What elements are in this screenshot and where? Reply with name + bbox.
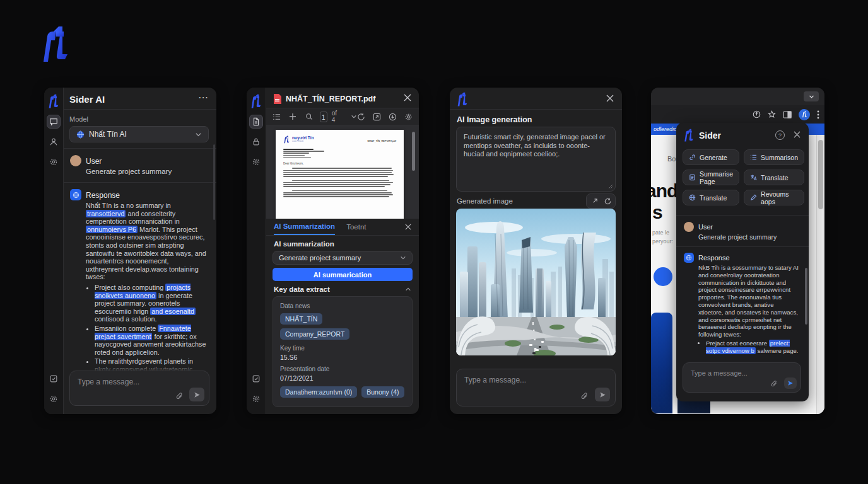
search-icon[interactable] — [305, 113, 313, 120]
popup-scrollbar[interactable] — [805, 268, 807, 325]
close-icon[interactable] — [794, 131, 801, 138]
message-input[interactable]: Type a message... — [69, 371, 209, 406]
close-icon[interactable] — [404, 94, 411, 101]
rotate-icon[interactable] — [357, 113, 365, 121]
app-logo-icon[interactable] — [47, 94, 60, 109]
tab-bar: AI Summarization Toetnt — [266, 219, 419, 236]
gear-icon[interactable] — [249, 155, 263, 169]
panel-title: Sider AI — [69, 94, 105, 105]
letter-filename: NHẤT_TÍN_REPORT.pdf — [367, 139, 396, 142]
kebab-menu-icon[interactable] — [817, 110, 819, 119]
page-link[interactable]: odleredic — [654, 126, 677, 132]
page-card-image[interactable] — [651, 313, 672, 413]
pdf-scrollbar[interactable] — [412, 132, 415, 171]
message-input[interactable]: Type a message... — [683, 362, 801, 393]
gear-icon[interactable] — [47, 155, 61, 169]
model-globe-icon — [76, 130, 85, 139]
pdf-file-icon — [273, 94, 282, 104]
model-dropdown[interactable]: Nhất Tín AI — [69, 126, 209, 142]
letter-brand: nuyướt Tín — [292, 135, 314, 140]
browser-window: odleredic Bow and s pate le peryour: Sof… — [651, 88, 824, 414]
ai-avatar — [684, 253, 694, 263]
open-external-icon[interactable] — [589, 196, 600, 206]
document-icon[interactable] — [249, 115, 263, 129]
page-scrollbar[interactable] — [816, 135, 824, 414]
image-generation-window: AI Image generation Futuristic smart cit… — [450, 88, 622, 414]
download-icon[interactable] — [389, 113, 397, 121]
message-input[interactable]: Type a message... — [456, 369, 616, 406]
list-icon — [750, 154, 757, 161]
model-value: Nhất Tín AI — [89, 130, 127, 139]
generated-image[interactable] — [456, 209, 616, 355]
browser-titlebar — [651, 88, 824, 105]
window-dropdown-button[interactable] — [804, 91, 819, 101]
data-chip[interactable]: Company_REPORT — [280, 328, 349, 340]
page-count: of 4 — [332, 110, 337, 124]
attach-icon[interactable] — [175, 392, 184, 400]
send-button[interactable] — [784, 377, 797, 389]
letter-brand-sub: xuất / thành — [292, 140, 314, 142]
export-icon[interactable] — [373, 113, 381, 121]
page-number-input[interactable]: 1 — [320, 112, 327, 122]
tab-toetnt[interactable]: Toetnt — [346, 223, 366, 231]
response-label: Response — [86, 191, 120, 200]
action-summarise-page-button[interactable]: Summarise Page — [683, 170, 739, 185]
prompt-dropdown[interactable]: Generate project summary — [273, 251, 413, 265]
ai-summarization-button[interactable]: AI summarication — [273, 268, 413, 281]
attach-icon[interactable] — [770, 380, 778, 388]
action-resume-apps-button[interactable]: Revoums aops — [744, 190, 804, 205]
data-chip[interactable]: NHẤT_TÍN — [280, 313, 322, 325]
data-news-label: Data news — [280, 302, 405, 309]
tab-ai-summarization[interactable]: AI Summarization — [274, 219, 335, 235]
user-icon[interactable] — [47, 135, 61, 149]
help-icon[interactable]: ? — [775, 130, 785, 140]
message-placeholder: Type a message... — [691, 369, 748, 377]
close-icon[interactable] — [606, 95, 614, 102]
page-sub-1: pate le — [652, 229, 669, 236]
app-logo-icon[interactable] — [250, 94, 262, 109]
page-cta-button[interactable] — [654, 267, 672, 286]
lock-icon[interactable] — [249, 135, 263, 149]
page-heading-1: and — [651, 180, 677, 202]
regenerate-icon[interactable] — [602, 196, 613, 206]
send-button[interactable] — [189, 388, 204, 401]
thumbnails-icon[interactable] — [273, 113, 281, 121]
attach-icon[interactable] — [580, 392, 589, 400]
more-menu-button[interactable]: ⋯ — [198, 91, 209, 103]
brand-logo — [40, 25, 71, 64]
chat-icon[interactable] — [47, 115, 61, 129]
translate-icon — [750, 174, 757, 181]
resize-handle — [608, 184, 613, 189]
data-chip[interactable]: Bunony (4) — [361, 386, 404, 398]
link-icon — [689, 154, 696, 161]
send-button[interactable] — [595, 388, 610, 401]
feedback-icon[interactable] — [249, 372, 263, 386]
action-generate-button[interactable]: Generate — [683, 149, 739, 165]
action-summarison-button[interactable]: Summarison — [744, 149, 804, 165]
scrollbar[interactable] — [213, 144, 215, 220]
sider-extension-icon[interactable] — [799, 109, 810, 120]
settings-icon[interactable] — [47, 392, 61, 406]
message-placeholder: Type a message... — [464, 376, 526, 384]
chevron-up-icon[interactable] — [405, 286, 411, 292]
user-message: Generate project summary — [698, 233, 777, 241]
share-icon[interactable] — [753, 110, 761, 118]
chevron-down-icon[interactable] — [351, 113, 357, 120]
action-translate-button[interactable]: Translate — [744, 170, 804, 185]
prompt-textarea[interactable]: Futuristic smart city, generated image p… — [456, 127, 616, 192]
bookmark-star-icon[interactable] — [768, 110, 776, 118]
close-icon[interactable] — [405, 224, 411, 230]
letter-salutation: Dear Grunteurs, — [283, 162, 396, 165]
pdf-canvas[interactable]: nuyướt Tín xuất / thành NHẤT_TÍN_REPORT.… — [266, 125, 419, 219]
key-data-header[interactable]: Key data extract — [274, 285, 411, 293]
data-chip[interactable]: Danatihem:azuntvn (0) — [280, 386, 357, 398]
pdf-title: NHẤT_TÍN_REPORT.pdf — [286, 95, 375, 103]
settings-icon[interactable] — [404, 113, 413, 121]
zoom-in-icon[interactable] — [289, 113, 296, 120]
chevron-down-icon — [400, 255, 406, 261]
settings-icon[interactable] — [249, 392, 263, 406]
action-translate2-button[interactable]: Translate — [683, 190, 739, 205]
side-panel-icon[interactable] — [783, 111, 792, 118]
doc-icon — [689, 174, 696, 181]
feedback-icon[interactable] — [47, 372, 61, 386]
